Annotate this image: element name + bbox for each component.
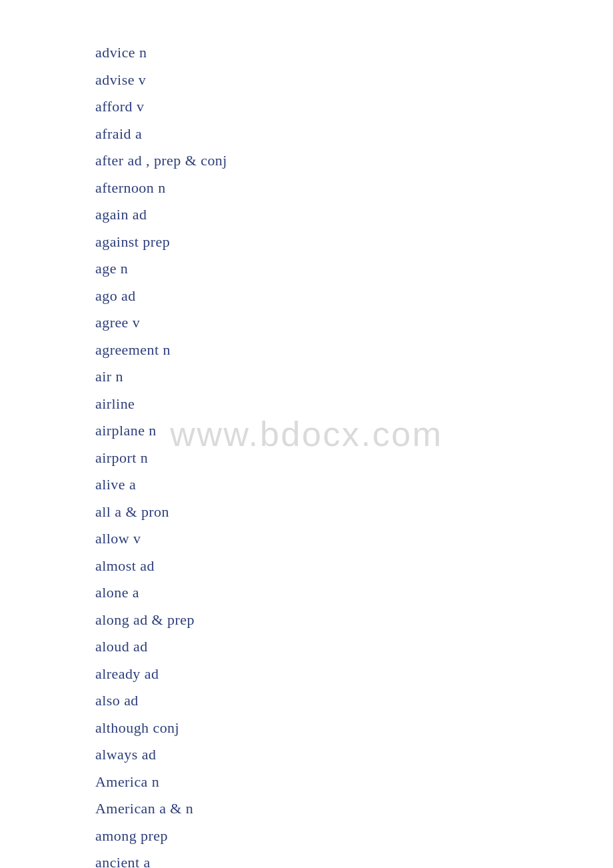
pos-text: v <box>129 314 140 331</box>
list-item: afraid a <box>95 121 613 147</box>
word-text: allow <box>95 530 129 547</box>
word-text: alive <box>95 476 125 493</box>
list-item: afford v <box>95 94 613 120</box>
word-text: aloud <box>95 638 129 655</box>
word-text: always <box>95 746 138 763</box>
word-text: age <box>95 260 117 277</box>
list-item: after ad , prep & conj <box>95 148 613 174</box>
list-item: advice n <box>95 40 613 66</box>
word-text: afford <box>95 98 133 115</box>
word-text: airport <box>95 449 137 466</box>
word-text: America <box>95 773 148 790</box>
list-item: along ad & prep <box>95 607 613 633</box>
pos-text: n <box>135 44 147 61</box>
pos-text: ad <box>129 638 148 655</box>
list-item: already ad <box>95 661 613 687</box>
list-item: allow v <box>95 526 613 552</box>
word-text: again <box>95 206 129 223</box>
list-item: ago ad <box>95 283 613 309</box>
pos-text: a & pron <box>111 503 169 520</box>
list-item: agree v <box>95 310 613 336</box>
list-item: all a & pron <box>95 499 613 525</box>
list-item: advise v <box>95 67 613 93</box>
word-text: airplane <box>95 422 145 439</box>
list-item: afternoon n <box>95 175 613 201</box>
word-text: also <box>95 692 120 709</box>
pos-text: n <box>148 773 159 790</box>
pos-text: n <box>137 449 148 466</box>
pos-text: prep <box>139 233 170 250</box>
word-text: airline <box>95 395 135 412</box>
word-text: advise <box>95 71 135 88</box>
pos-text: v <box>133 98 144 115</box>
pos-text: ad , prep & conj <box>124 152 227 169</box>
list-item: alone a <box>95 580 613 606</box>
list-item: airplane n <box>95 418 613 444</box>
word-text: although <box>95 719 149 736</box>
list-item: airline <box>95 391 613 417</box>
word-text: ago <box>95 287 117 304</box>
pos-text: ad <box>136 557 155 574</box>
word-text: against <box>95 233 139 250</box>
pos-text: ad <box>117 287 136 304</box>
word-text: agreement <box>95 341 159 358</box>
word-text: American <box>95 800 155 817</box>
list-item: American a & n <box>95 796 613 822</box>
word-text: along <box>95 611 129 628</box>
list-item: against prep <box>95 229 613 255</box>
word-text: afraid <box>95 125 131 142</box>
word-text: afternoon <box>95 179 154 196</box>
pos-text: v <box>135 71 146 88</box>
word-text: agree <box>95 314 129 331</box>
pos-text: ad & prep <box>129 611 195 628</box>
list-item: agreement n <box>95 337 613 363</box>
pos-text: a & n <box>155 800 193 817</box>
list-item: always ad <box>95 742 613 768</box>
pos-text: n <box>154 179 165 196</box>
word-text: alone <box>95 584 129 601</box>
pos-text: n <box>117 260 128 277</box>
list-item: almost ad <box>95 553 613 579</box>
pos-text: conj <box>149 719 180 736</box>
list-item: air n <box>95 364 613 390</box>
list-item: aloud ad <box>95 634 613 660</box>
list-item: America n <box>95 769 613 795</box>
list-item: among prep <box>95 823 613 849</box>
word-text: all <box>95 503 111 520</box>
word-text: ancient <box>95 854 140 868</box>
word-text: advice <box>95 44 135 61</box>
word-text: almost <box>95 557 136 574</box>
word-text: among <box>95 827 137 844</box>
pos-text: a <box>131 125 142 142</box>
list-item: airport n <box>95 445 613 471</box>
pos-text: n <box>112 368 123 385</box>
list-item: alive a <box>95 472 613 498</box>
pos-text: a <box>140 854 151 868</box>
page-content: advice nadvise vafford vafraid aafter ad… <box>0 0 613 868</box>
pos-text: ad <box>141 665 159 682</box>
pos-text: ad <box>120 692 139 709</box>
list-item: again ad <box>95 202 613 228</box>
list-item: also ad <box>95 688 613 714</box>
pos-text: n <box>159 341 171 358</box>
list-item: age n <box>95 256 613 282</box>
pos-text: ad <box>138 746 157 763</box>
pos-text: n <box>145 422 156 439</box>
pos-text: ad <box>129 206 147 223</box>
list-item: ancient a <box>95 850 613 868</box>
word-text: air <box>95 368 112 385</box>
pos-text: a <box>129 584 139 601</box>
pos-text: v <box>129 530 141 547</box>
pos-text: a <box>125 476 136 493</box>
list-item: although conj <box>95 715 613 741</box>
word-text: after <box>95 152 124 169</box>
word-text: already <box>95 665 141 682</box>
pos-text: prep <box>137 827 168 844</box>
